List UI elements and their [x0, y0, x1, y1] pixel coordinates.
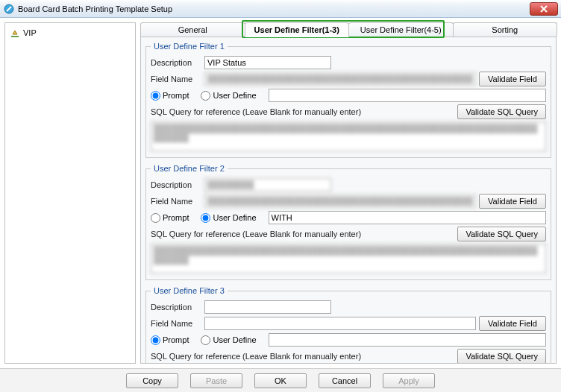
filter-3-userdefine-radio[interactable] [201, 335, 210, 345]
filter-2-userdefine-label: User Define [213, 213, 256, 222]
filter-2-validate-sql-button[interactable]: Validate SQL Query [457, 227, 546, 241]
filter-1-description-input[interactable] [204, 56, 331, 69]
tab-strip: General User Define Filter(1-3) User Def… [140, 22, 557, 37]
filter-3-validate-field-button[interactable]: Validate Field [479, 316, 546, 331]
cancel-button[interactable]: Cancel [319, 373, 371, 388]
filter-3-fieldname-label: Field Name [151, 319, 201, 328]
filter-2-fieldname-input[interactable] [204, 195, 476, 208]
filter-1-fieldname-label: Field Name [151, 75, 201, 83]
filter-2-description-input[interactable] [204, 178, 331, 192]
filter-3-validate-sql-button[interactable]: Validate SQL Query [457, 349, 546, 364]
tree-item-icon [10, 28, 20, 38]
filter-2-fieldname-label: Field Name [151, 197, 201, 206]
ok-button[interactable]: OK [254, 373, 307, 388]
filter-1-sql-textarea[interactable] [151, 121, 546, 151]
filter-1-sql-label: SQL Query for reference (Leave Blank for… [151, 107, 361, 116]
filter-2-userdefine-radio-wrap[interactable]: User Define [201, 213, 256, 223]
paste-button[interactable]: Paste [190, 373, 242, 388]
tab-user-define-filter-1-3[interactable]: User Define Filter(1-3) [245, 22, 350, 37]
filter-1-legend: User Define Filter 1 [151, 42, 228, 51]
filter-3-userdefine-label: User Define [213, 335, 256, 344]
filter-2-legend: User Define Filter 2 [151, 164, 228, 173]
filter-1-prompt-radio-wrap[interactable]: Prompt [151, 91, 189, 101]
filter-1-fieldname-input[interactable] [204, 72, 476, 86]
tab-user-define-filter-4-5[interactable]: User Define Filter(4-5) [348, 22, 454, 37]
filter-3-userdefine-radio-wrap[interactable]: User Define [201, 335, 256, 345]
tab-panel: User Define Filter 1 Description Field N… [140, 37, 557, 364]
filter-1-validate-sql-button[interactable]: Validate SQL Query [457, 104, 546, 119]
tab-sorting[interactable]: Sorting [453, 22, 558, 37]
filter-2-description-label: Description [151, 180, 201, 189]
filter-3-description-label: Description [151, 303, 201, 312]
window-title: Board Card Batch Printing Template Setup [18, 4, 172, 13]
filter-2-prompt-radio-wrap[interactable]: Prompt [151, 213, 189, 223]
filter-1-prompt-label: Prompt [163, 91, 189, 100]
filter-3-fieldname-input[interactable] [204, 317, 476, 330]
tab-general[interactable]: General [140, 22, 245, 37]
filter-2-userdefine-input[interactable] [269, 211, 546, 224]
tree-item[interactable]: VIP [8, 26, 132, 39]
filter-3-prompt-label: Prompt [163, 335, 189, 344]
filter-1-validate-field-button[interactable]: Validate Field [479, 72, 546, 86]
filter-2-sql-textarea[interactable] [151, 244, 546, 274]
filter-1-userdefine-label: User Define [213, 91, 256, 100]
filter-2-userdefine-radio[interactable] [201, 213, 210, 223]
filter-2-group: User Define Filter 2 Description Field N… [145, 164, 551, 280]
filter-3-description-input[interactable] [204, 300, 331, 314]
filter-3-group: User Define Filter 3 Description Field N… [145, 286, 551, 364]
filter-1-group: User Define Filter 1 Description Field N… [145, 42, 551, 158]
template-tree[interactable]: VIP [4, 22, 136, 364]
filter-2-validate-field-button[interactable]: Validate Field [479, 194, 546, 209]
filter-3-legend: User Define Filter 3 [151, 286, 228, 295]
dialog-button-bar: Copy Paste OK Cancel Apply [0, 368, 561, 392]
filter-1-prompt-radio[interactable] [151, 91, 160, 101]
tree-item-label: VIP [23, 28, 37, 37]
filter-2-prompt-radio[interactable] [151, 213, 160, 223]
filter-1-userdefine-radio-wrap[interactable]: User Define [201, 91, 256, 101]
filter-1-description-label: Description [151, 58, 201, 67]
app-icon [3, 3, 15, 15]
apply-button[interactable]: Apply [383, 373, 435, 388]
filter-3-prompt-radio-wrap[interactable]: Prompt [151, 335, 189, 345]
titlebar: Board Card Batch Printing Template Setup [0, 0, 561, 18]
close-button[interactable] [530, 2, 558, 16]
filter-3-userdefine-input[interactable] [269, 333, 546, 347]
filter-1-userdefine-radio[interactable] [201, 91, 210, 101]
filter-3-prompt-radio[interactable] [151, 335, 160, 345]
copy-button[interactable]: Copy [126, 373, 178, 388]
filter-1-userdefine-input[interactable] [269, 89, 546, 102]
filter-2-prompt-label: Prompt [163, 213, 189, 222]
filter-2-sql-label: SQL Query for reference (Leave Blank for… [151, 230, 361, 238]
filter-3-sql-label: SQL Query for reference (Leave Blank for… [151, 352, 361, 361]
